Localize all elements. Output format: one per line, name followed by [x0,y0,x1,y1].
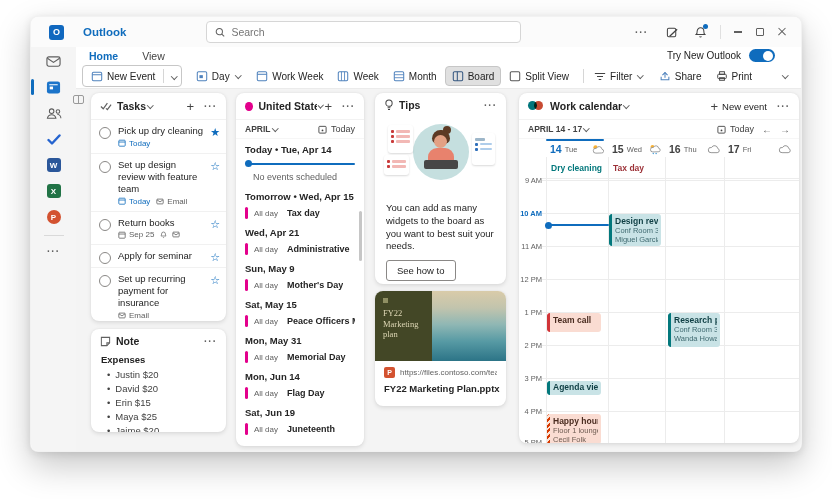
search-input[interactable] [231,26,512,38]
calendar-today-icon [717,125,726,134]
work-today-button[interactable]: Today [717,124,754,134]
titlebar-more-icon[interactable]: ··· [635,27,648,38]
try-new-outlook-toggle[interactable] [749,49,775,62]
event-team-call[interactable]: Team call [547,313,601,332]
star-outline-icon[interactable]: ☆ [210,219,220,230]
task-row[interactable]: Set up recurring payment for insurance E… [91,267,226,321]
star-outline-icon[interactable]: ☆ [210,275,220,286]
feedback-icon[interactable] [662,22,682,42]
rail-todo-button[interactable] [45,131,63,147]
print-button[interactable]: Print [710,67,759,85]
new-event-link[interactable]: + New event [711,99,767,114]
collapse-ribbon-chevron-icon[interactable] [782,72,788,78]
event-happy-hour[interactable]: Happy hour Floor 1 lounge Cecil Folk [547,414,601,443]
work-more-button[interactable]: ··· [777,101,790,112]
holiday-event[interactable]: All dayMemorial Day [236,348,364,366]
note-widget[interactable]: Note ··· Expenses •Justin $20 •David $20… [91,329,226,432]
new-event-link-label: New event [722,101,767,112]
event-agenda-view[interactable]: Agenda view [547,381,601,395]
us-more-button[interactable]: ··· [342,101,355,112]
view-week-button[interactable]: Week [331,67,384,85]
star-outline-icon[interactable]: ☆ [210,252,220,263]
task-complete-circle[interactable] [99,219,111,231]
range-chevron-icon[interactable] [583,125,589,131]
day-column-header[interactable]: 14 Tue [546,139,608,159]
note-heading: Expenses [91,353,226,367]
rail-powerpoint-button[interactable]: P [45,209,63,225]
tasks-chevron-icon[interactable] [147,102,153,108]
us-calendar-chevron-icon[interactable] [317,102,323,108]
event-design-review[interactable]: Design review Conf Room 32/ Miguel Garci… [609,214,661,246]
task-row[interactable]: Set up design review with feature team T… [91,153,226,211]
holiday-event[interactable]: All dayAdministrative [236,240,364,258]
event-color-bar [245,243,248,255]
rail-divider [44,235,64,236]
filter-button[interactable]: Filter [588,68,651,85]
task-complete-circle[interactable] [99,161,111,173]
rail-mail-button[interactable] [45,53,63,69]
star-outline-icon[interactable]: ☆ [210,161,220,172]
view-board-button[interactable]: Board [445,66,502,86]
minimize-button[interactable] [727,22,749,42]
prev-days-button[interactable]: ← [762,124,772,135]
tab-view[interactable]: View [141,48,166,64]
holiday-event[interactable]: All dayFlag Day [236,384,364,402]
share-button[interactable]: Share [653,67,708,85]
scrollbar[interactable] [359,211,362,261]
file-name[interactable]: FY22 Marketing Plan.pptx [375,380,506,400]
add-task-button[interactable]: + [186,99,194,114]
new-event-button[interactable]: New Event [82,65,182,87]
calendar-grid[interactable]: 9 AM 10 AM 11 AM 12 PM 1 PM 2 PM 3 PM 4 … [519,177,799,443]
maximize-button[interactable] [749,22,771,42]
work-calendar-chevron-icon[interactable] [623,102,629,108]
day-column-header[interactable]: 17 Fri [724,139,795,159]
us-today-button[interactable]: Today [318,124,355,134]
work-week-icon [256,70,268,82]
all-day-event[interactable]: Tax day [608,159,665,177]
holiday-event[interactable]: All dayTax day [236,204,364,222]
new-event-chevron-icon[interactable] [171,73,177,79]
search-box[interactable] [206,21,521,43]
note-more-button[interactable]: ··· [204,336,217,347]
all-day-event-label: Dry cleaning [551,163,602,173]
rail-excel-button[interactable]: X [45,183,63,199]
view-work-week-button[interactable]: Work Week [250,67,329,85]
task-row[interactable]: Pick up dry cleaning Today ★ [91,119,226,153]
rail-word-button[interactable]: W [45,157,63,173]
next-days-button[interactable]: → [780,124,790,135]
task-complete-circle[interactable] [99,127,111,139]
task-complete-circle[interactable] [99,275,111,287]
tasks-icon [100,101,112,111]
day-column-header[interactable]: 16 Thu [665,139,724,159]
board-menu-icon[interactable] [73,95,84,104]
rail-calendar-button[interactable] [45,79,63,95]
task-row[interactable]: Apply for seminar ☆ [91,244,226,267]
close-button[interactable] [771,22,793,42]
illustration-list-card [472,133,495,165]
holiday-event[interactable]: All dayMother's Day [236,276,364,294]
notifications-bell-icon[interactable] [690,22,710,42]
tips-more-button[interactable]: ··· [484,100,497,111]
task-row[interactable]: Return books Sep 25 ☆ [91,211,226,245]
view-day-button[interactable]: Day [190,67,248,85]
event-research-plan[interactable]: Research plan Conf Room 32/ Wanda Howard [668,313,720,347]
file-url[interactable]: https://files.contoso.com/teams/... [400,368,497,377]
date-group-label: Sun, May 9 [236,258,364,276]
month-chevron-icon[interactable] [272,125,278,131]
tasks-more-button[interactable]: ··· [204,101,217,112]
us-add-event-button[interactable]: + [324,99,332,114]
holiday-event[interactable]: All dayJuneteenth [236,420,364,438]
star-filled-icon[interactable]: ★ [210,127,220,138]
day-column-header[interactable]: 15 Wed [608,139,665,159]
view-split-button[interactable]: Split View [503,67,575,85]
task-complete-circle[interactable] [99,252,111,264]
all-day-event[interactable]: Dry cleaning [546,159,608,177]
see-how-to-button[interactable]: See how to [386,260,456,281]
file-link-widget[interactable]: FY22 Marketing plan P https://files.cont… [375,291,506,406]
view-month-button[interactable]: Month [387,67,443,85]
day-name: Thu [684,145,697,154]
holiday-event[interactable]: All dayPeace Officers Me... [236,312,364,330]
rail-people-button[interactable] [45,105,63,121]
tab-home[interactable]: Home [88,48,119,64]
rail-more-apps-button[interactable]: ··· [47,246,60,257]
